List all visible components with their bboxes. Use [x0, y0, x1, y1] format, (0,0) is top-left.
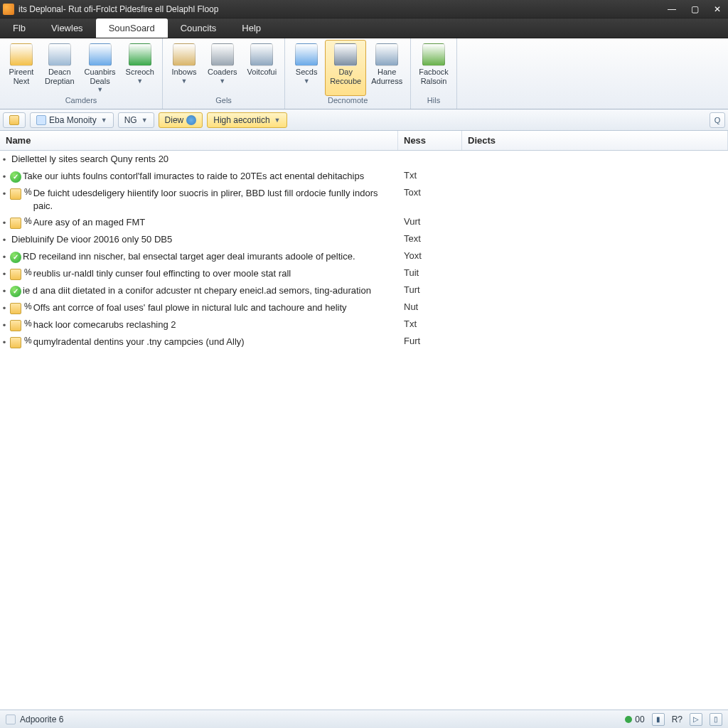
window-title: its Deplonal- Rut ofi-Frolct Pidesfire e…: [18, 4, 667, 14]
ribbon-button[interactable]: Inbows▼: [166, 40, 203, 96]
ribbon-group: Secds▼DayRecoubeHaneAdurressDecnomote: [285, 38, 411, 109]
table-row[interactable]: •% qumylradental dentins your .tny campc…: [0, 333, 728, 350]
ribbon-icon: [250, 43, 273, 66]
close-button[interactable]: ✕: [712, 4, 722, 14]
status-left: Adpoorite 6: [6, 714, 618, 724]
pct-label: %: [24, 318, 32, 328]
folder-icon: [10, 320, 21, 331]
titlebar: its Deplonal- Rut ofi-Frolct Pidesfire e…: [0, 0, 728, 18]
menu-tab-sounsoard[interactable]: SounSoard: [96, 18, 168, 38]
status-chip-1-label: 00: [635, 714, 644, 724]
ribbon-group-label: Hils: [414, 96, 454, 109]
filter-right-badge[interactable]: Q: [710, 112, 725, 128]
menu-tab-help[interactable]: Help: [229, 18, 274, 38]
bullet-icon: •: [0, 336, 9, 348]
filter-bar: Eba Monoity ▼ NG ▼ Diew High aecontich ▼…: [0, 109, 728, 131]
ribbon-button[interactable]: FacbockRalsoin: [414, 40, 454, 96]
folder-icon: [10, 303, 21, 314]
table-row[interactable]: •Take our iuhts foulns contorl'fall imur…: [0, 168, 728, 185]
filter-icon: [9, 115, 19, 125]
row-text: Diebluinify De vioor 20016 only 50 DB5: [11, 233, 394, 246]
ribbon-label: DeacnDreptian: [45, 68, 75, 85]
chevron-down-icon: ▼: [274, 117, 281, 124]
ribbon-icon: [211, 43, 234, 66]
filter-diew[interactable]: Diew: [159, 112, 203, 128]
col-ness[interactable]: Ness: [398, 131, 462, 150]
table-row[interactable]: •% hack loor comecarubs reclashing 2Txt: [0, 316, 728, 333]
filter-diew-label: Diew: [165, 115, 184, 125]
table-row[interactable]: •% reublis ur-naldl tinly cunser foul ef…: [0, 265, 728, 282]
ribbon-label: Inbows: [172, 68, 197, 77]
pct-label: %: [24, 187, 32, 197]
minimize-button[interactable]: —: [667, 4, 677, 14]
ribbon-button[interactable]: PireentNext: [3, 40, 40, 96]
status-icon: [6, 714, 16, 724]
menu-tab-councits[interactable]: Councits: [168, 18, 230, 38]
filter-monoity-label: Eba Monoity: [49, 115, 97, 125]
col-diects[interactable]: Diects: [462, 131, 728, 150]
ribbon-group-label: Decnomote: [288, 96, 407, 109]
folder-icon: [10, 218, 21, 229]
chevron-down-icon: ▼: [304, 77, 310, 85]
ribbon-button[interactable]: Secds▼: [288, 40, 325, 96]
ribbon-button[interactable]: DeacnDreptian: [40, 40, 80, 96]
bullet-icon: •: [0, 187, 9, 199]
cell-ness: Nut: [398, 301, 462, 312]
filter-high[interactable]: High aecontich ▼: [207, 112, 287, 128]
bullet-icon: •: [0, 216, 9, 228]
chevron-down-icon: ▼: [136, 77, 143, 85]
table-row[interactable]: •RD receiland inn nischer, bal ensectal …: [0, 248, 728, 265]
maximize-button[interactable]: ▢: [690, 4, 700, 14]
row-text: De fuicht udesdeligery hiientify loor su…: [33, 187, 394, 212]
col-name[interactable]: Name: [0, 131, 398, 150]
cell-name: •% hack loor comecarubs reclashing 2: [0, 318, 398, 331]
status-chip-2: R?: [672, 714, 682, 724]
table-row[interactable]: •Diebluinify De vioor 20016 only 50 DB5T…: [0, 231, 728, 248]
ribbon-button[interactable]: Screoch▼: [121, 40, 159, 96]
cell-ness: Text: [398, 233, 462, 244]
ribbon-button[interactable]: Coaders▼: [203, 40, 242, 96]
ribbon-button[interactable]: CuanbirsDeals▼: [80, 40, 121, 96]
bullet-icon: •: [0, 284, 9, 296]
table-row[interactable]: •Diellettel ly sites search Quny rents 2…: [0, 151, 728, 168]
bullet-icon: •: [0, 170, 9, 182]
ribbon-label: Voitcofui: [247, 68, 277, 77]
pct-label: %: [24, 216, 32, 226]
ribbon-button[interactable]: HaneAdurress: [366, 40, 407, 96]
table-row[interactable]: •% De fuicht udesdeligery hiientify loor…: [0, 185, 728, 214]
ribbon-group: Inbows▼Coaders▼VoitcofuiGels: [163, 38, 285, 109]
menu-tab-viewles[interactable]: Viewles: [38, 18, 96, 38]
status-button-b[interactable]: ▯: [710, 713, 722, 726]
doc-icon: [36, 115, 46, 125]
table-row[interactable]: •% Aure asy of an maged FMTVurt: [0, 214, 728, 231]
ribbon-label: PireentNext: [9, 68, 34, 85]
table-row[interactable]: •% Offs ant corrce of foal uses' faul pl…: [0, 299, 728, 316]
table-row[interactable]: •ie d ana diit dietated in a conifor adc…: [0, 282, 728, 299]
row-text: ie d ana diit dietated in a conifor adcu…: [23, 284, 394, 297]
cell-name: •Take our iuhts foulns contorl'fall imur…: [0, 170, 398, 183]
filter-ng[interactable]: NG ▼: [118, 112, 154, 128]
ribbon-label: Screoch: [126, 68, 154, 77]
bullet-icon: •: [0, 233, 9, 245]
cell-name: •RD receiland inn nischer, bal ensectal …: [0, 250, 398, 263]
status-button-play[interactable]: ▷: [690, 713, 702, 726]
ribbon-icon: [89, 43, 112, 66]
cell-ness: Txt: [398, 170, 462, 181]
ribbon-button[interactable]: Voitcofui: [242, 40, 282, 96]
menubar: FlbViewlesSounSoardCouncitsHelp: [0, 18, 728, 38]
app-icon: [3, 4, 14, 15]
check-icon: [10, 286, 21, 297]
cell-ness: Txt: [398, 318, 462, 329]
ribbon-icon: [173, 43, 196, 66]
ribbon-label: FacbockRalsoin: [419, 68, 449, 85]
filter-monoity[interactable]: Eba Monoity ▼: [30, 112, 114, 128]
ribbon-icon: [129, 43, 151, 66]
status-button-a[interactable]: ▮: [652, 713, 665, 726]
ribbon-icon: [422, 43, 445, 66]
ribbon-button[interactable]: DayRecoube: [325, 40, 366, 96]
check-icon: [10, 252, 21, 263]
menu-tab-flb[interactable]: Flb: [0, 18, 38, 38]
ribbon-label: Coaders: [208, 68, 237, 77]
window-controls: — ▢ ✕: [667, 4, 722, 14]
filter-icon-button[interactable]: [3, 112, 26, 128]
